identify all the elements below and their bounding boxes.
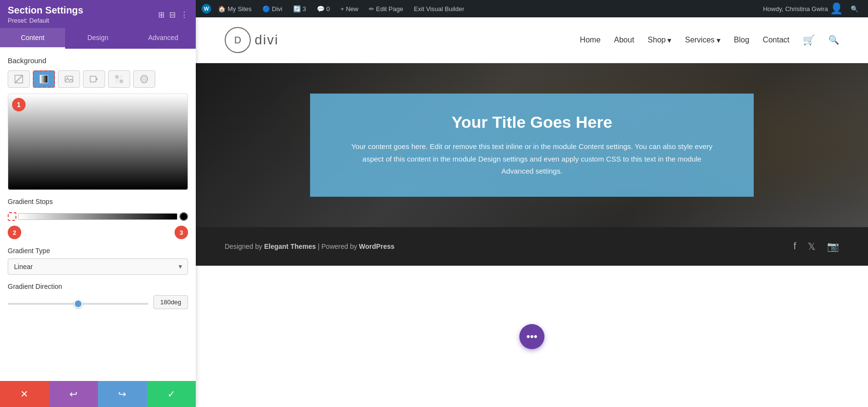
- panel-title: Section Settings: [8, 5, 83, 16]
- footer-wordpress: WordPress: [359, 243, 394, 250]
- twitter-icon[interactable]: 𝕏: [808, 241, 815, 252]
- bottom-toolbar: ✕ ↩ ↪ ✓: [0, 381, 196, 407]
- site-header: D divi Home About Shop ▾ Services ▾ Blog…: [196, 17, 868, 63]
- gradient-stops-section: Gradient Stops 2 3: [8, 198, 188, 239]
- gradient-type-label: Gradient Type: [8, 247, 188, 255]
- badge-1: 1: [12, 98, 26, 111]
- admin-search[interactable]: 🔍: [847, 3, 862, 14]
- responsive-icon[interactable]: ⊞: [158, 10, 164, 19]
- wp-logo-icon[interactable]: W: [202, 4, 211, 14]
- comments-icon: 💬: [317, 5, 325, 13]
- wp-bar-right: Howdy, Christina Gwira 👤 🔍: [759, 0, 862, 17]
- hero-title: Your Title Goes Here: [349, 113, 715, 132]
- badge-3: 3: [175, 226, 188, 239]
- svg-rect-2: [40, 75, 48, 83]
- svg-marker-6: [96, 78, 98, 81]
- admin-exit-builder[interactable]: Exit Visual Builder: [410, 3, 468, 14]
- footer-text: Designed by Elegant Themes | Powered by …: [225, 243, 394, 250]
- admin-user[interactable]: Howdy, Christina Gwira 👤: [759, 0, 847, 17]
- bg-video-icon[interactable]: [83, 70, 105, 88]
- divi-logo[interactable]: D divi: [225, 27, 279, 53]
- stop-track-container: [8, 210, 188, 223]
- my-sites-label: My Sites: [228, 5, 252, 13]
- section-settings-panel: Section Settings Preset: Default ⊞ ⊟ ⋮ C…: [0, 0, 196, 407]
- divi-icon: 🔵: [262, 5, 270, 13]
- nav-cart-icon[interactable]: 🛒: [803, 34, 815, 46]
- instagram-icon[interactable]: 📷: [827, 241, 839, 252]
- background-label: Background: [8, 56, 188, 65]
- tab-content[interactable]: Content: [0, 28, 65, 49]
- gradient-type-select-wrap: Linear Radial ▼: [8, 258, 188, 275]
- gradient-type-select[interactable]: Linear Radial: [8, 258, 188, 275]
- nav-blog[interactable]: Blog: [734, 36, 749, 44]
- nav-contact[interactable]: Contact: [763, 36, 789, 44]
- bg-image-icon[interactable]: [58, 70, 80, 88]
- admin-edit-page[interactable]: ✏ Edit Page: [365, 3, 407, 14]
- shop-chevron: ▾: [667, 36, 671, 45]
- stop-handle-black[interactable]: [179, 212, 188, 221]
- stop-handle-white[interactable]: [8, 212, 16, 221]
- gradient-direction-slider[interactable]: [8, 303, 149, 305]
- site-nav: Home About Shop ▾ Services ▾ Blog Contac…: [580, 34, 839, 46]
- svg-rect-7: [115, 75, 119, 79]
- services-chevron: ▾: [717, 36, 720, 45]
- tab-design[interactable]: Design: [65, 28, 130, 49]
- white-area: •••: [196, 266, 868, 407]
- svg-rect-5: [90, 76, 96, 82]
- right-panel: W 🏠 My Sites 🔵 Divi 🔄 3 💬 0 + New ✏ Edit…: [196, 0, 868, 407]
- divi-logo-circle: D: [225, 27, 251, 53]
- footer-designed-by: Designed by: [225, 243, 264, 250]
- bg-gradient-icon[interactable]: [33, 70, 55, 88]
- svg-line-0: [15, 76, 22, 82]
- panel-tabs: Content Design Advanced: [0, 28, 196, 49]
- hero-content-box[interactable]: Your Title Goes Here Your content goes h…: [310, 94, 754, 197]
- divi-label: Divi: [272, 5, 283, 13]
- admin-my-sites[interactable]: 🏠 My Sites: [214, 3, 256, 14]
- panel-header: Section Settings Preset: Default ⊞ ⊟ ⋮: [0, 0, 196, 28]
- footer-separator: | Powered by: [316, 243, 359, 250]
- nav-home[interactable]: Home: [580, 36, 601, 44]
- nav-shop[interactable]: Shop ▾: [648, 36, 671, 45]
- panel-preset[interactable]: Preset: Default: [8, 17, 83, 24]
- wp-admin-bar: W 🏠 My Sites 🔵 Divi 🔄 3 💬 0 + New ✏ Edit…: [196, 0, 868, 17]
- more-icon[interactable]: ⋮: [180, 10, 188, 19]
- facebook-icon[interactable]: f: [793, 241, 796, 252]
- svg-rect-9: [115, 80, 119, 83]
- gradient-preview[interactable]: 1: [8, 94, 188, 190]
- nav-services[interactable]: Services ▾: [685, 36, 720, 45]
- badge-2: 2: [8, 226, 21, 239]
- site-footer: Designed by Elegant Themes | Powered by …: [196, 227, 868, 266]
- admin-divi[interactable]: 🔵 Divi: [258, 3, 286, 14]
- gradient-direction-input[interactable]: [153, 295, 188, 309]
- hero-text: Your content goes here. Edit or remove t…: [349, 140, 715, 177]
- admin-new[interactable]: + New: [337, 3, 362, 14]
- nav-about[interactable]: About: [614, 36, 634, 44]
- divi-logo-text: divi: [255, 32, 279, 48]
- panel-body: Background: [0, 49, 196, 381]
- direction-slider-wrap: [8, 298, 149, 307]
- stops-track[interactable]: [18, 213, 177, 220]
- expand-icon[interactable]: ⊟: [169, 10, 176, 19]
- admin-updates[interactable]: 🔄 3: [289, 3, 310, 14]
- footer-social: f 𝕏 📷: [793, 241, 839, 252]
- admin-comments[interactable]: 💬 0: [313, 3, 334, 14]
- redo-button[interactable]: ↪: [98, 381, 147, 407]
- cancel-button[interactable]: ✕: [0, 381, 49, 407]
- bg-pattern-icon[interactable]: [108, 70, 130, 88]
- nav-search-icon[interactable]: 🔍: [828, 35, 839, 45]
- svg-rect-3: [65, 76, 73, 82]
- hero-section: Your Title Goes Here Your content goes h…: [196, 63, 868, 227]
- gradient-direction-label: Gradient Direction: [8, 283, 188, 290]
- svg-rect-8: [120, 75, 123, 79]
- sites-icon: 🏠: [218, 5, 226, 13]
- save-button[interactable]: ✓: [147, 381, 196, 407]
- direction-row: [8, 295, 188, 309]
- bg-mask-icon[interactable]: [133, 70, 155, 88]
- undo-button[interactable]: ↩: [49, 381, 98, 407]
- fab-more-button[interactable]: •••: [519, 324, 544, 349]
- updates-icon: 🔄: [293, 5, 301, 13]
- tab-advanced[interactable]: Advanced: [131, 28, 196, 49]
- divi-logo-letter: D: [234, 35, 241, 46]
- bg-none-icon[interactable]: [8, 70, 30, 88]
- stops-numbered: 2 3: [8, 226, 188, 239]
